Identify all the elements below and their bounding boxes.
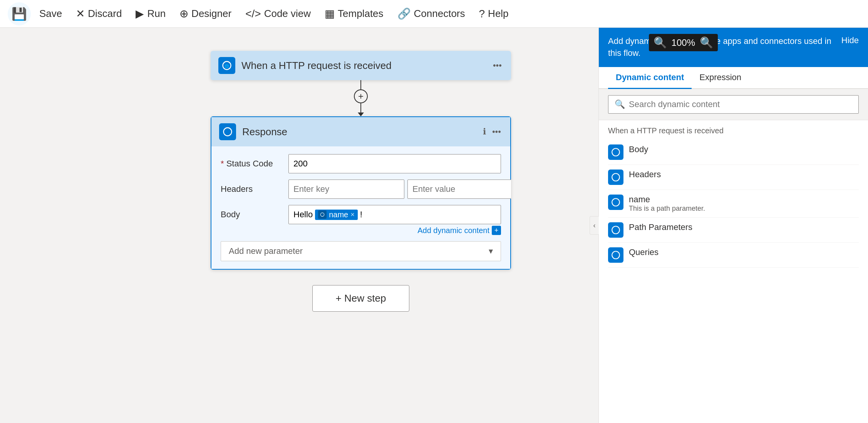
templates-icon: ▦ (325, 7, 335, 20)
name-item-text: name This is a path parameter. (629, 195, 859, 213)
discard-label: Discard (88, 8, 122, 20)
run-label: Run (147, 8, 166, 20)
response-body: * Status Code Headers 📋 (211, 146, 511, 270)
name-item-name: name (629, 195, 859, 205)
status-code-input[interactable] (288, 154, 501, 173)
svg-point-8 (612, 251, 620, 259)
status-code-row: * Status Code (221, 154, 501, 173)
body-row: Body Hello name × ! (221, 205, 501, 235)
response-info-button[interactable]: ℹ (481, 125, 488, 138)
add-dynamic-content-text: Add dynamic content (417, 226, 489, 235)
headers-value-input[interactable] (407, 180, 511, 199)
name-tag-text: name (329, 210, 348, 219)
path-icon-svg (611, 225, 621, 235)
body-field-wrapper: Hello name × ! (288, 205, 501, 235)
svg-text:🌐: 🌐 (225, 64, 229, 69)
headers-item-icon (608, 170, 623, 185)
run-icon: ▶ (136, 7, 144, 20)
dynamic-item-queries[interactable]: Queries (608, 243, 859, 268)
new-step-label: + New step (336, 292, 386, 304)
save-button[interactable]: 💾 (8, 2, 31, 25)
response-more-button[interactable]: ••• (491, 125, 503, 138)
help-icon: ? (479, 8, 485, 20)
body-label: Body (221, 210, 282, 220)
panel-tabs: Dynamic content Expression (599, 67, 868, 89)
name-tag: name × (315, 210, 358, 220)
body-hello-text: Hello (293, 210, 313, 220)
name-item-desc: This is a path parameter. (629, 205, 859, 213)
body-item-text: Body (629, 144, 859, 154)
add-step-button[interactable]: + (354, 89, 368, 103)
save-label: Save (39, 8, 62, 20)
add-dynamic-content-link[interactable]: Add dynamic content + (417, 226, 501, 235)
panel-header: Add dynamic content from the apps and co… (599, 28, 868, 67)
dynamic-item-name[interactable]: name This is a path parameter. (608, 190, 859, 218)
section-title: When a HTTP request is received (608, 126, 859, 135)
line-segment-2 (360, 103, 361, 112)
headers-key-input[interactable] (288, 180, 404, 199)
run-button[interactable]: ▶ Run (130, 4, 171, 23)
help-label: Help (488, 8, 508, 20)
search-inner: 🔍 (608, 95, 859, 114)
response-actions: ℹ ••• (481, 125, 503, 138)
templates-button[interactable]: ▦ Templates (319, 4, 389, 23)
body-item-icon (608, 144, 623, 160)
response-icon-svg (222, 126, 233, 137)
discard-button[interactable]: ✕ Discard (70, 4, 127, 23)
body-field[interactable]: Hello name × ! (288, 205, 501, 224)
zoom-in-button[interactable]: 🔍 (654, 36, 667, 49)
tab-expression[interactable]: Expression (692, 67, 749, 89)
body-item-name: Body (629, 144, 859, 154)
dynamic-item-headers[interactable]: Headers (608, 165, 859, 190)
body-row-bottom: Add dynamic content + (288, 226, 501, 235)
trigger-node: 🌐 When a HTTP request is received ••• (211, 51, 511, 80)
right-panel: Add dynamic content from the apps and co… (598, 28, 868, 423)
headers-icon-svg (611, 172, 621, 182)
designer-button[interactable]: ⊕ Designer (174, 4, 237, 23)
required-star: * (221, 159, 224, 168)
plus-badge: + (492, 226, 501, 235)
zoom-control: 🔍 100% 🔍 (649, 34, 718, 51)
path-item-text: Path Parameters (629, 222, 859, 232)
path-item-name: Path Parameters (629, 222, 859, 232)
body-suffix: ! (360, 210, 362, 220)
connectors-label: Connectors (414, 8, 465, 20)
save-icon: 💾 (12, 7, 27, 21)
panel-collapse-button[interactable]: ‹ (590, 216, 599, 235)
panel-search: 🔍 (599, 89, 868, 120)
line-segment-1 (360, 80, 361, 89)
designer-icon: ⊕ (179, 7, 188, 20)
add-parameter-row[interactable]: Add new parameter ▾ (221, 241, 501, 261)
panel-hide-button[interactable]: Hide (841, 35, 859, 45)
codeview-icon: </> (245, 8, 261, 20)
trigger-more-button[interactable]: ••• (491, 59, 503, 72)
svg-point-4 (612, 148, 620, 156)
new-step-button[interactable]: + New step (312, 285, 410, 312)
designer-label: Designer (191, 8, 231, 20)
codeview-button[interactable]: </> Code view (240, 5, 316, 23)
status-code-label: * Status Code (221, 159, 282, 169)
response-icon (219, 123, 236, 140)
panel-content: When a HTTP request is received Body Hea… (599, 120, 868, 423)
help-button[interactable]: ? Help (474, 5, 514, 23)
svg-point-2 (224, 128, 232, 136)
headers-item-text: Headers (629, 170, 859, 180)
zoom-out-button[interactable]: 🔍 (700, 36, 713, 49)
search-input[interactable] (629, 99, 852, 109)
tab-dynamic-content[interactable]: Dynamic content (608, 67, 692, 89)
trigger-actions: ••• (491, 59, 503, 72)
connectors-button[interactable]: 🔗 Connectors (392, 4, 471, 23)
body-label-text: Body (221, 210, 240, 219)
name-tag-close[interactable]: × (350, 211, 355, 219)
trigger-title: When a HTTP request is received (241, 60, 485, 72)
save-label-button[interactable]: Save (34, 5, 67, 23)
svg-point-7 (612, 226, 620, 234)
svg-point-6 (612, 198, 620, 206)
status-code-label-text: Status Code (226, 159, 273, 168)
name-tag-icon (318, 210, 327, 219)
dynamic-item-body[interactable]: Body (608, 140, 859, 165)
name-icon-svg2 (611, 197, 621, 207)
connector-line-1: + (354, 80, 368, 116)
dynamic-item-path-parameters[interactable]: Path Parameters (608, 218, 859, 243)
search-icon: 🔍 (615, 99, 625, 109)
